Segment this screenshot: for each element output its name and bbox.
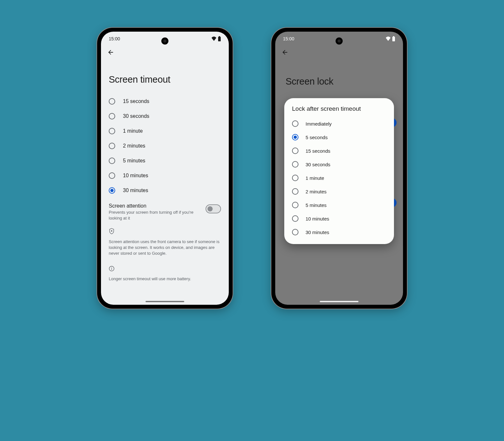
nav-handle-icon[interactable] [320,301,358,302]
dialog-title: Lock after screen timeout [291,105,388,112]
nav-handle-icon[interactable] [146,301,184,302]
privacy-note: Screen attention uses the front camera t… [109,239,221,257]
phone-frame-right: 15:00 Screen lock Lock after screen time… [271,28,407,309]
svg-point-2 [111,230,112,231]
lock-option-label: 5 seconds [306,135,328,140]
timeout-option[interactable]: 5 minutes [105,153,225,168]
lock-option-label: 15 seconds [306,148,330,154]
screen-attention-row[interactable]: Screen attention Prevents your screen fr… [101,198,229,223]
battery-block: Longer screen timeout will use more batt… [101,261,229,286]
svg-rect-1 [219,36,220,37]
radio-icon [109,158,115,164]
radio-icon [292,215,298,222]
timeout-option[interactable]: 2 minutes [105,138,225,153]
lock-option[interactable]: 15 seconds [291,144,388,158]
page-title: Screen timeout [101,61,229,94]
status-time: 15:00 [109,36,120,41]
wifi-icon [211,36,217,41]
lock-option[interactable]: 30 minutes [291,225,388,239]
timeout-option[interactable]: 30 minutes [105,183,225,198]
lock-option-label: 30 minutes [306,230,329,235]
screen-attention-sub: Prevents your screen from turning off if… [109,210,200,221]
lock-timeout-options: Immediately5 seconds15 seconds30 seconds… [291,117,388,239]
lock-option[interactable]: 2 minutes [291,185,388,198]
radio-icon [292,175,298,181]
timeout-option-label: 15 seconds [123,98,149,104]
battery-note: Longer screen timeout will use more batt… [109,276,221,282]
lock-option[interactable]: 1 minute [291,171,388,185]
lock-timeout-dialog: Lock after screen timeout Immediately5 s… [284,98,394,244]
radio-icon [109,98,115,105]
lock-option-label: 2 minutes [306,189,327,194]
screen-attention-title: Screen attention [109,203,200,209]
lock-option[interactable]: 10 minutes [291,212,388,225]
timeout-options: 15 seconds30 seconds1 minute2 minutes5 m… [101,94,229,198]
radio-icon [292,161,298,168]
screen-lock-page: 15:00 Screen lock Lock after screen time… [275,32,403,305]
privacy-block: Screen attention uses the front camera t… [101,223,229,261]
lock-option-label: Immediately [306,121,332,127]
timeout-option[interactable]: 10 minutes [105,168,225,183]
dialog-scrim[interactable]: Lock after screen timeout Immediately5 s… [275,32,403,305]
screen-timeout-page: 15:00 Screen timeout 15 seconds30 second… [101,32,229,305]
lock-option-label: 30 seconds [306,162,330,167]
timeout-option-label: 10 minutes [123,173,148,179]
camera-hole-icon [336,37,343,45]
lock-option-label: 10 minutes [306,216,329,221]
info-icon [109,266,221,273]
radio-icon [292,202,298,208]
radio-icon [292,120,298,127]
lock-option[interactable]: 5 seconds [291,130,388,144]
back-button[interactable] [107,48,115,56]
timeout-option-label: 5 minutes [123,158,145,164]
radio-icon [109,172,115,179]
timeout-option[interactable]: 30 seconds [105,109,225,124]
radio-icon [292,188,298,195]
radio-icon [292,229,298,235]
timeout-option-label: 1 minute [123,128,143,134]
radio-icon [109,143,115,149]
battery-icon [218,36,221,41]
timeout-option[interactable]: 15 seconds [105,94,225,109]
header [101,44,229,61]
lock-option-label: 5 minutes [306,202,327,208]
arrow-back-icon [107,49,114,56]
timeout-option-label: 2 minutes [123,143,145,149]
lock-option[interactable]: Immediately [291,117,388,130]
radio-icon [109,113,115,119]
screen-attention-toggle[interactable] [206,204,221,213]
svg-rect-0 [218,37,221,41]
radio-icon [109,128,115,134]
status-icons [211,36,221,41]
radio-icon [292,134,298,140]
camera-hole-icon [161,37,168,45]
timeout-option-label: 30 seconds [123,113,149,119]
lock-option-label: 1 minute [306,175,324,181]
shield-icon [109,228,221,236]
svg-rect-5 [111,267,112,268]
radio-icon [292,148,298,154]
lock-option[interactable]: 5 minutes [291,198,388,212]
radio-icon [109,187,115,194]
lock-option[interactable]: 30 seconds [291,158,388,171]
toggle-thumb-icon [207,206,213,211]
phone-frame-left: 15:00 Screen timeout 15 seconds30 second… [97,28,233,309]
svg-rect-4 [111,268,112,270]
timeout-option-label: 30 minutes [123,188,148,193]
timeout-option[interactable]: 1 minute [105,124,225,138]
